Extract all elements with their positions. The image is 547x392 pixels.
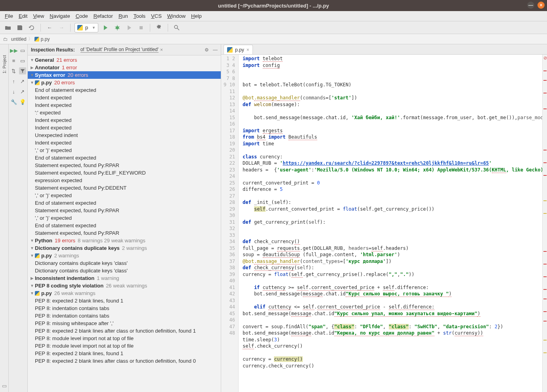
forward-icon[interactable]: → [57,23,66,32]
tree-row[interactable]: Indent expected [28,101,221,109]
tree-row[interactable]: End of statement expected [28,222,221,229]
tree-row[interactable]: PEP 8: module level import not at top of… [28,342,221,350]
menu-view[interactable]: View [31,12,46,20]
tree-row[interactable]: Statement expected, found Py:DEDENT [28,184,221,192]
breadcrumbs: 🗀untitled〉 p.py [0,34,547,44]
bulb-icon[interactable]: 💡 [19,98,26,105]
collapse-icon[interactable]: ▭ [19,57,26,64]
code-content[interactable]: import telebot import config bot = teleb… [239,55,542,392]
tree-row[interactable]: ▶Annotator1 error [28,64,221,71]
minimize-button[interactable]: — [527,2,534,9]
menu-edit[interactable]: Edit [16,12,30,20]
editor-tab-p[interactable]: p.py × [224,45,253,54]
tree-row[interactable]: Indent expected [28,94,221,101]
tree-row[interactable]: PEP 8: module level import not at top of… [28,335,221,342]
tree-row[interactable]: PEP 8: expected 2 blank lines after clas… [28,327,221,335]
run-config-name: p [85,25,88,30]
tree-row[interactable]: ▼General21 errors [28,56,221,64]
tree-row[interactable]: expression expected [28,177,221,184]
inspection-profile[interactable]: of 'Default' Profile on Project 'untitle… [80,47,159,53]
tree-row[interactable]: Indent expected [28,139,221,147]
tree-row[interactable]: ▼Python19 errors8 warnings 29 weak warni… [28,237,221,244]
close-panel-icon[interactable]: ▭ [19,47,26,54]
prev-icon[interactable]: ↑ [10,78,17,85]
python-icon [227,47,233,53]
open-icon[interactable] [3,23,13,32]
tree-row[interactable]: ▼Syntax error20 errors [28,71,221,79]
tree-row[interactable]: Unexpected indent [28,131,221,139]
menu-code[interactable]: Code [73,12,90,20]
close-button[interactable]: × [537,2,545,9]
gear-icon[interactable]: ⚙ [205,47,209,53]
tree-row[interactable]: Statement expected, found Py:ELIF_KEYWOR… [28,169,221,177]
wrench-icon[interactable]: 🔧 [10,98,17,105]
titlebar: untitled [~/PycharmProjects/untitled] - … [0,0,547,11]
tree-row[interactable]: ▼Dictionary contains duplicate keys2 war… [28,244,221,252]
tree-row[interactable]: Dictionary contains duplicate keys 'clas… [28,267,221,274]
tree-row[interactable]: ',' or ')' expected [28,214,221,222]
menu-run[interactable]: Run [116,12,130,20]
tree-row[interactable]: PEP 8: indentation contains tabs [28,304,221,312]
menu-tools[interactable]: Tools [131,12,148,20]
menu-vcs[interactable]: VCS [149,12,164,20]
code-area[interactable]: 1 2 3 4 5 6 7 8 9 10 11 12 13 14 15 16 1… [221,55,547,392]
tree-row[interactable]: End of statement expected [28,86,221,94]
tree-row[interactable]: Statement expected, found Py:RPAR [28,229,221,237]
export-icon[interactable]: ↗ [19,78,26,85]
main-toolbar: ← → p ▼ [0,21,547,34]
error-stripe[interactable]: ⊘ [542,55,547,392]
tree-row[interactable]: PEP 8: expected 2 blank lines after clas… [28,357,221,365]
inspection-title: Inspection Results: [31,47,75,53]
debug-icon[interactable] [113,23,122,32]
python-icon [77,25,83,30]
tree-row[interactable]: ▼p.py2 warnings [28,252,221,259]
menu-file[interactable]: File [2,12,15,20]
error-indicator-icon[interactable]: ⊘ [543,55,547,60]
save-icon[interactable] [15,23,25,32]
crumb-p.py[interactable]: p.py [34,36,50,42]
tree-row[interactable]: Indent expected [28,124,221,131]
tree-row[interactable]: ',' or ')' expected [28,147,221,154]
hide-panel-icon[interactable]: — [213,47,218,53]
tree-row[interactable]: ':' expected [28,109,221,116]
stop-icon[interactable] [136,23,146,32]
tree-row[interactable]: Statement expected, found Py:RPAR [28,162,221,169]
tree-row[interactable]: Dictionary contains duplicate keys 'clas… [28,259,221,267]
group-icon[interactable]: ⇅ [10,67,17,74]
run-icon[interactable] [101,23,110,32]
structure-icon[interactable]: ▭ [2,383,7,389]
tree-row[interactable]: PEP 8: indentation contains tabs [28,312,221,320]
refresh-icon[interactable] [27,23,36,32]
tree-row[interactable]: PEP 8: expected 2 blank lines, found 1 [28,350,221,357]
close-tab-icon[interactable]: × [247,47,249,53]
tree-row[interactable]: ▼p.py26 weak warnings [28,289,221,297]
menu-window[interactable]: Window [165,12,188,20]
filter-icon[interactable] [19,67,26,74]
inspection-toolstrip: ▶▶▭ ≡▭ ⇅ ↑↗ ↓↗ 🔧💡 [9,44,28,392]
inspection-tree[interactable]: ▼General21 errors▶Annotator1 error▼Synta… [28,55,221,392]
tree-row[interactable]: End of statement expected [28,154,221,162]
tree-row[interactable]: ▼p.py20 errors [28,79,221,86]
rerun-icon[interactable]: ▶▶ [10,47,17,54]
tree-row[interactable]: PEP 8: missing whitespace after ',' [28,320,221,327]
menu-help[interactable]: Help [189,12,204,20]
tree-row[interactable]: Indent expected [28,116,221,124]
crumb-untitled[interactable]: 🗀untitled [3,36,27,42]
tree-row[interactable]: End of statement expected [28,199,221,207]
expand-icon[interactable]: ≡ [10,57,17,64]
run-config-selector[interactable]: p ▼ [75,23,98,32]
tree-row[interactable]: ▼PEP 8 coding style violation26 weak war… [28,282,221,289]
tree-row[interactable]: ▶Inconsistent indentation1 warning [28,274,221,282]
menu-refactor[interactable]: Refactor [91,12,115,20]
import-icon[interactable]: ↗ [19,88,26,95]
back-icon[interactable]: ← [45,23,54,32]
search-icon[interactable] [172,23,182,32]
tree-row[interactable]: Statement expected, found Py:RPAR [28,207,221,214]
project-tool-tab[interactable]: 1: Project [1,52,8,76]
menu-navigate[interactable]: Navigate [47,12,72,20]
next-icon[interactable]: ↓ [10,88,17,95]
settings-icon[interactable] [154,23,164,32]
tree-row[interactable]: PEP 8: expected 2 blank lines, found 1 [28,297,221,304]
tree-row[interactable]: ',' or ')' expected [28,192,221,199]
run-with-coverage-icon[interactable] [124,23,134,32]
